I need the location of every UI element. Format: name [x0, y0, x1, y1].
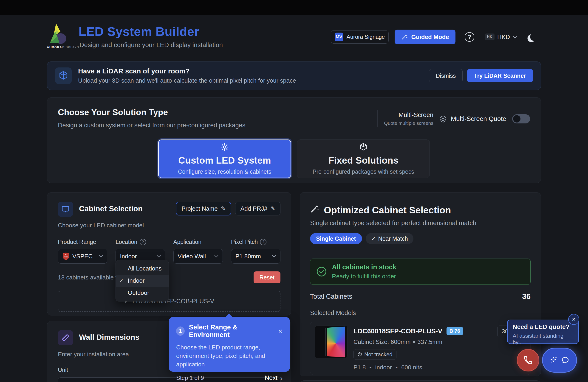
led-system-builder-app: AURORADISPLAYS LED System Builder Design…	[0, 0, 588, 382]
application-select[interactable]: Video Wall	[173, 249, 223, 264]
toggle-knob	[513, 115, 521, 122]
monitor-icon	[58, 202, 73, 217]
question-icon: ?	[468, 34, 471, 40]
tooltip-arrow	[225, 314, 233, 317]
divider	[377, 110, 378, 127]
chevron-right-icon: ›	[280, 374, 283, 382]
stock-subtitle: Ready to fulfill this order	[332, 273, 396, 280]
selected-models-label: Selected Models	[310, 309, 531, 317]
next-button[interactable]: Next ›	[265, 374, 283, 382]
not-tracked-badge: Not tracked	[354, 349, 397, 360]
menu-item-outdoor[interactable]: Outdoor	[116, 287, 168, 299]
guided-mode-button[interactable]: Guided Mode	[395, 30, 456, 44]
pencil-icon: ✎	[271, 205, 275, 212]
chat-close-button[interactable]: ×	[568, 314, 579, 325]
help-icon[interactable]: ?	[260, 239, 266, 245]
lidar-banner-text: Have a LiDAR scan of your room? Upload y…	[78, 67, 429, 84]
product-row[interactable]: LDC60018SFP-COB-PLUS-V B 76 Cabinet Size…	[310, 322, 531, 375]
next-section-card	[300, 380, 541, 382]
currency-selector[interactable]: HK HKD	[485, 34, 517, 41]
tour-progress: Step 1 of 9	[176, 375, 204, 381]
divider	[310, 251, 531, 251]
filter-application: Application Video Wall	[173, 239, 223, 264]
tour-tooltip: 1 Select Range & Environment × Choose th…	[169, 317, 290, 372]
account-pill[interactable]: MV Aurora Signage	[331, 30, 389, 44]
solution-type-card: Choose Your Solution Type Design a custo…	[47, 97, 541, 183]
guided-mode-label: Guided Mode	[411, 34, 449, 41]
lidar-cube-icon	[55, 67, 72, 84]
filter-label: Pixel Pitch	[231, 239, 258, 245]
check-icon: ✓	[119, 278, 128, 284]
reset-button[interactable]: Reset	[253, 271, 280, 283]
near-match-badge: ✓ Near Match	[366, 233, 413, 244]
currency-code: HKD	[497, 34, 510, 41]
stock-status-box: All cabinets in stock Ready to fulfill t…	[310, 259, 531, 285]
filter-product-range: Product Range VSPEC VSPEC	[58, 239, 107, 264]
menu-item-indoor[interactable]: ✓ Indoor	[116, 275, 168, 287]
gear-icon	[220, 143, 229, 152]
tour-title: Select Range & Environment	[189, 324, 274, 339]
chat-bubble-icon	[561, 356, 569, 364]
multi-screen-toggle[interactable]	[512, 114, 530, 123]
project-name-button[interactable]: Project Name ✎	[176, 202, 231, 215]
top-bar	[0, 0, 588, 15]
single-cabinet-badge: Single Cabinet	[310, 233, 362, 244]
pixel-pitch-select[interactable]: P1.80mm	[231, 249, 280, 264]
selected-model-box: ✓ LDC60018SFP-COB-PLUS-V	[58, 291, 280, 312]
brand-wordmark: AURORADISPLAYS	[47, 45, 79, 49]
account-name: Aurora Signage	[347, 34, 385, 40]
chevron-down-icon	[157, 255, 161, 258]
solution-title: Choose Your Solution Type	[58, 108, 245, 117]
aurora-logo	[47, 21, 69, 44]
vspec-shield-icon: VSPEC	[62, 252, 70, 260]
dark-mode-toggle-moon-icon[interactable]	[529, 32, 539, 41]
spec-pitch: P1.8	[354, 364, 366, 371]
product-range-select[interactable]: VSPEC VSPEC	[58, 249, 107, 264]
try-lidar-scanner-button[interactable]: Try LiDAR Scanner	[467, 69, 533, 82]
ruler-icon	[58, 330, 73, 345]
check-circle-icon	[316, 266, 327, 277]
phone-icon	[523, 355, 533, 365]
step-number-badge: 1	[176, 326, 185, 336]
filter-label: Location	[116, 239, 137, 245]
add-prj-button[interactable]: Add PRJ# ✎	[235, 202, 280, 215]
chat-subtitle: AI assistant standing by...	[513, 333, 573, 345]
cabinet-product-image	[315, 325, 348, 358]
project-name-label: Project Name	[181, 205, 218, 212]
hk-flag-badge: HK	[485, 34, 495, 40]
help-button[interactable]: ?	[465, 32, 474, 42]
product-info: LDC60018SFP-COB-PLUS-V B 76 Cabinet Size…	[354, 325, 463, 371]
chat-teaser-popup[interactable]: Need a LED quote? AI assistant standing …	[507, 320, 579, 344]
box-icon	[357, 352, 362, 357]
option-fixed-solutions[interactable]: Fixed Solutions Pre-configured packages …	[297, 139, 430, 178]
tour-body: Choose the LED product range, environmen…	[176, 343, 283, 369]
header-actions: MV Aurora Signage Guided Mode ? HK HKD	[331, 29, 538, 44]
ai-chat-button[interactable]	[542, 348, 577, 373]
solution-heading: Choose Your Solution Type Design a custo…	[58, 108, 245, 129]
page-subtitle: Design and configure your LED display in…	[80, 41, 223, 49]
option-desc: Pre-configured packages with set specs	[313, 168, 414, 175]
menu-item-label: All Locations	[128, 265, 162, 272]
optimized-subtitle: Single cabinet type selected for perfect…	[310, 219, 531, 227]
spec-brightness: 600 nits	[401, 364, 422, 371]
menu-item-all-locations[interactable]: All Locations	[116, 263, 168, 275]
option-custom-led-system[interactable]: Custom LED System Configure size, resolu…	[158, 139, 291, 178]
option-title: Fixed Solutions	[328, 155, 398, 166]
selected-value: Indoor	[120, 253, 154, 260]
help-icon[interactable]: ?	[140, 239, 146, 245]
wall-title: Wall Dimensions	[79, 333, 139, 342]
phone-call-button[interactable]	[517, 349, 539, 371]
add-prj-label: Add PRJ#	[240, 205, 267, 212]
avatar: MV	[335, 33, 343, 41]
close-icon[interactable]: ×	[278, 327, 283, 335]
lidar-subtitle: Upload your 3D scan and we'll auto-calcu…	[78, 77, 429, 84]
cabinet-title: Cabinet Selection	[79, 204, 143, 213]
dismiss-button[interactable]: Dismiss	[429, 69, 462, 82]
cabinet-subtitle: Choose your LED cabinet model	[58, 222, 280, 229]
optimized-title: Optimized Cabinet Selection	[324, 205, 451, 216]
next-label: Next	[265, 374, 277, 382]
product-name: LDC60018SFP-COB-PLUS-V	[354, 327, 442, 335]
selected-value: VSPEC	[72, 253, 96, 260]
spec-environment: indoor	[375, 364, 392, 371]
location-dropdown-menu: All Locations ✓ Indoor Outdoor	[116, 260, 169, 302]
